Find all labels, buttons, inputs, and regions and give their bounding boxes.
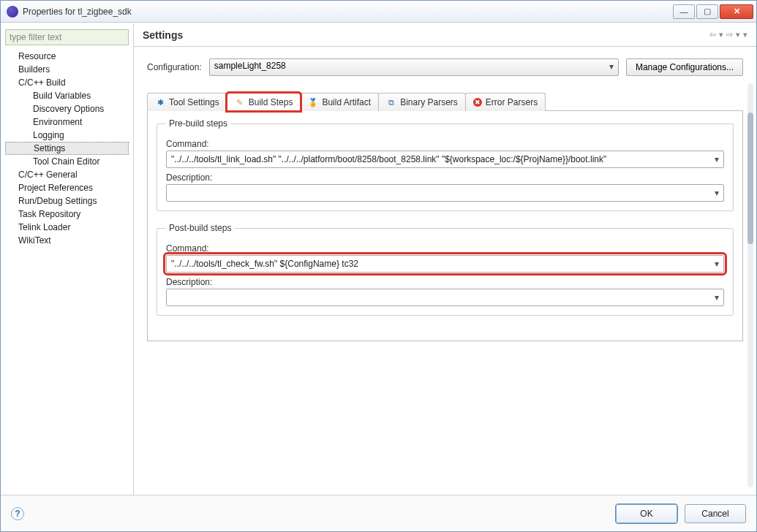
window-title: Properties for tl_zigbee_sdk bbox=[23, 7, 673, 17]
content-area: Configuration: sampleLight_8258 Manage C… bbox=[134, 47, 756, 495]
tree-item-settings[interactable]: Settings bbox=[5, 142, 129, 155]
tab-label: Error Parsers bbox=[486, 97, 538, 107]
post-build-command-input[interactable]: "../../../tools/tl_check_fw.sh" ${Config… bbox=[166, 255, 724, 273]
main-panel: Settings ⇦ ▾ ⇨ ▾ ▾ Configuration: sample… bbox=[134, 23, 756, 495]
chevron-down-icon[interactable]: ▾ bbox=[715, 259, 719, 269]
tab-build-steps[interactable]: ✎ Build Steps bbox=[227, 93, 301, 111]
build-artifact-icon: 🏅 bbox=[308, 97, 318, 107]
tool-settings-icon: ✱ bbox=[155, 97, 165, 107]
pre-build-command-input[interactable]: "../../../tools/tl_link_load.sh" "../../… bbox=[166, 151, 724, 168]
tree-item-c-c-general[interactable]: C/C++ General bbox=[5, 168, 129, 181]
tab-label: Tool Settings bbox=[169, 97, 219, 107]
minimize-button[interactable]: — bbox=[673, 4, 695, 19]
page-title: Settings bbox=[143, 29, 709, 41]
build-steps-panel: Pre-build steps Command: "../../../tools… bbox=[147, 111, 743, 341]
chevron-down-icon[interactable]: ▾ bbox=[715, 188, 719, 198]
nav-back-icon[interactable]: ⇦ bbox=[709, 30, 716, 39]
maximize-button[interactable]: ▢ bbox=[696, 4, 718, 19]
eclipse-icon bbox=[7, 6, 18, 18]
tree-item-run-debug-settings[interactable]: Run/Debug Settings bbox=[5, 194, 129, 208]
tree-item-logging[interactable]: Logging bbox=[5, 129, 129, 142]
tab-row: ✱ Tool Settings ✎ Build Steps 🏅 Build Ar… bbox=[147, 92, 743, 111]
post-build-group: Post-build steps Command: "../../../tool… bbox=[157, 223, 734, 316]
pre-build-group: Pre-build steps Command: "../../../tools… bbox=[157, 118, 734, 211]
tree-item-task-repository[interactable]: Task Repository bbox=[5, 208, 129, 221]
main-header: Settings ⇦ ▾ ⇨ ▾ ▾ bbox=[134, 23, 756, 47]
post-build-description-input[interactable]: ▾ bbox=[166, 289, 724, 306]
tab-build-artifact[interactable]: 🏅 Build Artifact bbox=[300, 93, 379, 111]
titlebar[interactable]: Properties for tl_zigbee_sdk — ▢ ✕ bbox=[1, 1, 756, 23]
pre-build-legend: Pre-build steps bbox=[166, 118, 230, 129]
chevron-down-icon[interactable]: ▾ bbox=[719, 30, 723, 39]
tree-item-telink-loader[interactable]: Telink Loader bbox=[5, 221, 129, 234]
post-build-legend: Post-build steps bbox=[166, 223, 234, 233]
tab-label: Build Artifact bbox=[322, 97, 371, 107]
error-parsers-icon: ✖ bbox=[473, 98, 482, 107]
ok-button[interactable]: OK bbox=[616, 504, 677, 523]
manage-configurations-button[interactable]: Manage Configurations... bbox=[626, 58, 743, 76]
configuration-select[interactable]: sampleLight_8258 bbox=[209, 58, 619, 76]
pre-build-description-label: Description: bbox=[166, 172, 724, 183]
pre-build-command-label: Command: bbox=[166, 139, 724, 149]
binary-parsers-icon: ⧉ bbox=[386, 97, 396, 107]
post-build-description-label: Description: bbox=[166, 277, 724, 287]
configuration-label: Configuration: bbox=[147, 62, 202, 72]
configuration-value: sampleLight_8258 bbox=[214, 61, 286, 71]
tab-tool-settings[interactable]: ✱ Tool Settings bbox=[147, 93, 227, 111]
help-button[interactable]: ? bbox=[11, 507, 24, 520]
window-controls: — ▢ ✕ bbox=[673, 4, 753, 19]
tree-item-project-references[interactable]: Project References bbox=[5, 181, 129, 194]
pre-build-command-value: "../../../tools/tl_link_load.sh" "../../… bbox=[171, 154, 606, 164]
configuration-row: Configuration: sampleLight_8258 Manage C… bbox=[147, 58, 743, 76]
tree-item-discovery-options[interactable]: Discovery Options bbox=[5, 102, 129, 115]
tree-item-wikitext[interactable]: WikiText bbox=[5, 234, 129, 247]
close-button[interactable]: ✕ bbox=[720, 4, 753, 19]
tree-item-tool-chain-editor[interactable]: Tool Chain Editor bbox=[5, 155, 129, 168]
properties-dialog: Properties for tl_zigbee_sdk — ▢ ✕ type … bbox=[0, 0, 757, 532]
settings-tree[interactable]: ResourceBuildersC/C++ BuildBuild Variabl… bbox=[5, 50, 129, 489]
pre-build-description-input[interactable]: ▾ bbox=[166, 184, 724, 202]
sidebar: type filter text ResourceBuildersC/C++ B… bbox=[1, 23, 134, 495]
post-build-command-label: Command: bbox=[166, 243, 724, 254]
tab-label: Build Steps bbox=[249, 97, 293, 107]
tree-item-builders[interactable]: Builders bbox=[5, 63, 129, 76]
tree-item-c-c-build[interactable]: C/C++ Build bbox=[5, 76, 129, 89]
build-steps-icon: ✎ bbox=[235, 97, 245, 107]
tree-item-environment[interactable]: Environment bbox=[5, 115, 129, 129]
dialog-body: type filter text ResourceBuildersC/C++ B… bbox=[1, 23, 756, 495]
tree-item-resource[interactable]: Resource bbox=[5, 50, 129, 63]
footer: ? OK Cancel bbox=[1, 495, 756, 531]
tab-error-parsers[interactable]: ✖ Error Parsers bbox=[465, 93, 546, 111]
tab-binary-parsers[interactable]: ⧉ Binary Parsers bbox=[378, 93, 466, 111]
chevron-down-icon[interactable]: ▾ bbox=[736, 30, 740, 39]
tab-label: Binary Parsers bbox=[400, 97, 458, 107]
tree-item-build-variables[interactable]: Build Variables bbox=[5, 89, 129, 102]
chevron-down-icon[interactable]: ▾ bbox=[715, 292, 719, 303]
nav-forward-icon[interactable]: ⇨ bbox=[726, 30, 733, 39]
vertical-scrollbar[interactable] bbox=[747, 83, 753, 487]
filter-input[interactable]: type filter text bbox=[5, 29, 129, 45]
cancel-button[interactable]: Cancel bbox=[685, 504, 746, 523]
nav-arrows: ⇦ ▾ ⇨ ▾ ▾ bbox=[709, 30, 747, 39]
post-build-command-value: "../../../tools/tl_check_fw.sh" ${Config… bbox=[171, 259, 358, 269]
scroll-thumb[interactable] bbox=[747, 113, 753, 244]
chevron-down-icon[interactable]: ▾ bbox=[715, 154, 719, 164]
menu-caret-icon[interactable]: ▾ bbox=[743, 30, 747, 39]
